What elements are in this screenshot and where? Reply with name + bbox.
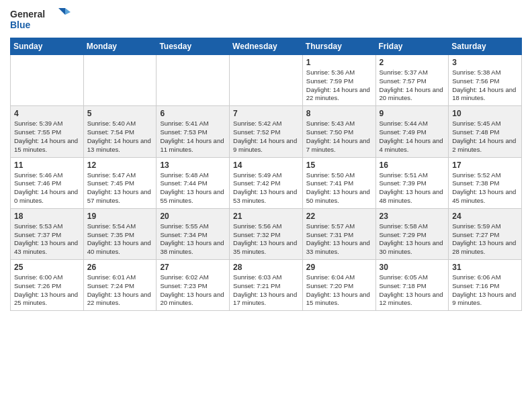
calendar-cell: 16Sunrise: 5:51 AMSunset: 7:39 PMDayligh… [375,157,449,208]
day-number: 4 [14,109,80,118]
day-number: 24 [452,212,518,221]
calendar-cell: 25Sunrise: 6:00 AMSunset: 7:26 PMDayligh… [11,260,84,311]
page-header: General Blue [10,7,522,34]
day-number: 26 [87,263,153,272]
calendar-cell [157,55,230,106]
day-content: Sunrise: 5:49 AMSunset: 7:42 PMDaylight:… [233,171,299,205]
calendar-table: SundayMondayTuesdayWednesdayThursdayFrid… [10,38,522,311]
day-content: Sunrise: 6:03 AMSunset: 7:21 PMDaylight:… [233,273,299,308]
day-number: 23 [380,212,445,221]
day-number: 25 [14,263,80,272]
svg-marker-3 [65,8,71,15]
day-content: Sunrise: 5:58 AMSunset: 7:29 PMDaylight:… [380,222,445,257]
calendar-cell: 2Sunrise: 5:37 AMSunset: 7:57 PMDaylight… [375,55,449,106]
day-content: Sunrise: 5:51 AMSunset: 7:39 PMDaylight:… [380,171,445,205]
day-number: 3 [452,58,518,67]
day-content: Sunrise: 5:38 AMSunset: 7:56 PMDaylight:… [452,68,518,103]
calendar-cell: 7Sunrise: 5:42 AMSunset: 7:52 PMDaylight… [230,106,303,157]
calendar-cell [83,55,157,106]
calendar-cell: 19Sunrise: 5:54 AMSunset: 7:35 PMDayligh… [83,208,157,259]
day-content: Sunrise: 5:42 AMSunset: 7:52 PMDaylight:… [233,120,299,154]
day-number: 8 [306,109,372,118]
calendar-row: 4Sunrise: 5:39 AMSunset: 7:55 PMDaylight… [11,106,522,157]
calendar-cell: 29Sunrise: 6:04 AMSunset: 7:20 PMDayligh… [302,260,375,311]
day-content: Sunrise: 5:52 AMSunset: 7:38 PMDaylight:… [452,171,518,205]
logo-svg: General Blue [10,7,71,34]
calendar-row: 25Sunrise: 6:00 AMSunset: 7:26 PMDayligh… [11,260,522,311]
calendar-cell: 31Sunrise: 6:06 AMSunset: 7:16 PMDayligh… [449,260,522,311]
day-content: Sunrise: 5:41 AMSunset: 7:53 PMDaylight:… [160,120,226,154]
day-number: 9 [380,109,445,118]
weekday-header-cell: Thursday [302,38,375,55]
calendar-cell: 28Sunrise: 6:03 AMSunset: 7:21 PMDayligh… [230,260,303,311]
calendar-cell: 21Sunrise: 5:56 AMSunset: 7:32 PMDayligh… [230,208,303,259]
day-content: Sunrise: 6:04 AMSunset: 7:20 PMDaylight:… [306,273,372,308]
day-content: Sunrise: 6:02 AMSunset: 7:23 PMDaylight:… [160,273,226,308]
day-content: Sunrise: 5:43 AMSunset: 7:50 PMDaylight:… [306,120,372,154]
weekday-header-cell: Monday [83,38,157,55]
calendar-cell: 18Sunrise: 5:53 AMSunset: 7:37 PMDayligh… [11,208,84,259]
day-content: Sunrise: 5:47 AMSunset: 7:45 PMDaylight:… [87,171,153,205]
calendar-cell: 22Sunrise: 5:57 AMSunset: 7:31 PMDayligh… [302,208,375,259]
day-number: 16 [380,161,445,170]
day-number: 6 [160,109,226,118]
calendar-cell: 24Sunrise: 5:59 AMSunset: 7:27 PMDayligh… [449,208,522,259]
calendar-cell: 6Sunrise: 5:41 AMSunset: 7:53 PMDaylight… [157,106,230,157]
day-content: Sunrise: 5:46 AMSunset: 7:46 PMDaylight:… [14,171,80,205]
calendar-cell: 14Sunrise: 5:49 AMSunset: 7:42 PMDayligh… [230,157,303,208]
weekday-header-cell: Wednesday [230,38,303,55]
day-number: 15 [306,161,372,170]
day-number: 5 [87,109,153,118]
weekday-header-cell: Saturday [449,38,522,55]
calendar-row: 18Sunrise: 5:53 AMSunset: 7:37 PMDayligh… [11,208,522,259]
calendar-cell: 26Sunrise: 6:01 AMSunset: 7:24 PMDayligh… [83,260,157,311]
calendar-cell: 20Sunrise: 5:55 AMSunset: 7:34 PMDayligh… [157,208,230,259]
day-content: Sunrise: 5:44 AMSunset: 7:49 PMDaylight:… [380,120,445,154]
day-number: 11 [14,161,80,170]
day-content: Sunrise: 5:54 AMSunset: 7:35 PMDaylight:… [87,222,153,257]
day-number: 2 [380,58,445,67]
calendar-body: 1Sunrise: 5:36 AMSunset: 7:59 PMDaylight… [11,55,522,311]
day-number: 19 [87,212,153,221]
logo: General Blue [10,7,71,34]
day-content: Sunrise: 5:50 AMSunset: 7:41 PMDaylight:… [306,171,372,205]
day-number: 28 [233,263,299,272]
svg-text:Blue: Blue [10,19,31,30]
day-content: Sunrise: 5:56 AMSunset: 7:32 PMDaylight:… [233,222,299,257]
calendar-cell: 10Sunrise: 5:45 AMSunset: 7:48 PMDayligh… [449,106,522,157]
day-number: 17 [452,161,518,170]
day-content: Sunrise: 5:36 AMSunset: 7:59 PMDaylight:… [306,68,372,103]
day-content: Sunrise: 6:01 AMSunset: 7:24 PMDaylight:… [87,273,153,308]
calendar-cell: 8Sunrise: 5:43 AMSunset: 7:50 PMDaylight… [302,106,375,157]
day-content: Sunrise: 5:55 AMSunset: 7:34 PMDaylight:… [160,222,226,257]
calendar-cell [11,55,84,106]
day-content: Sunrise: 5:59 AMSunset: 7:27 PMDaylight:… [452,222,518,257]
day-content: Sunrise: 5:45 AMSunset: 7:48 PMDaylight:… [452,120,518,154]
day-number: 30 [380,263,445,272]
day-content: Sunrise: 6:06 AMSunset: 7:16 PMDaylight:… [452,273,518,308]
day-number: 20 [160,212,226,221]
day-number: 22 [306,212,372,221]
calendar-cell: 13Sunrise: 5:48 AMSunset: 7:44 PMDayligh… [157,157,230,208]
calendar-cell: 12Sunrise: 5:47 AMSunset: 7:45 PMDayligh… [83,157,157,208]
day-number: 31 [452,263,518,272]
calendar-cell: 1Sunrise: 5:36 AMSunset: 7:59 PMDaylight… [302,55,375,106]
day-content: Sunrise: 5:39 AMSunset: 7:55 PMDaylight:… [14,120,80,154]
calendar-cell: 15Sunrise: 5:50 AMSunset: 7:41 PMDayligh… [302,157,375,208]
calendar-cell: 4Sunrise: 5:39 AMSunset: 7:55 PMDaylight… [11,106,84,157]
calendar-row: 1Sunrise: 5:36 AMSunset: 7:59 PMDaylight… [11,55,522,106]
svg-text:General: General [10,9,45,19]
calendar-cell: 9Sunrise: 5:44 AMSunset: 7:49 PMDaylight… [375,106,449,157]
day-number: 21 [233,212,299,221]
day-number: 27 [160,263,226,272]
day-content: Sunrise: 5:37 AMSunset: 7:57 PMDaylight:… [380,68,445,103]
calendar-cell: 11Sunrise: 5:46 AMSunset: 7:46 PMDayligh… [11,157,84,208]
day-number: 13 [160,161,226,170]
day-content: Sunrise: 5:48 AMSunset: 7:44 PMDaylight:… [160,171,226,205]
weekday-header-cell: Friday [375,38,449,55]
calendar-row: 11Sunrise: 5:46 AMSunset: 7:46 PMDayligh… [11,157,522,208]
day-number: 14 [233,161,299,170]
day-content: Sunrise: 6:05 AMSunset: 7:18 PMDaylight:… [380,273,445,308]
day-content: Sunrise: 6:00 AMSunset: 7:26 PMDaylight:… [14,273,80,308]
weekday-header-row: SundayMondayTuesdayWednesdayThursdayFrid… [11,38,522,55]
